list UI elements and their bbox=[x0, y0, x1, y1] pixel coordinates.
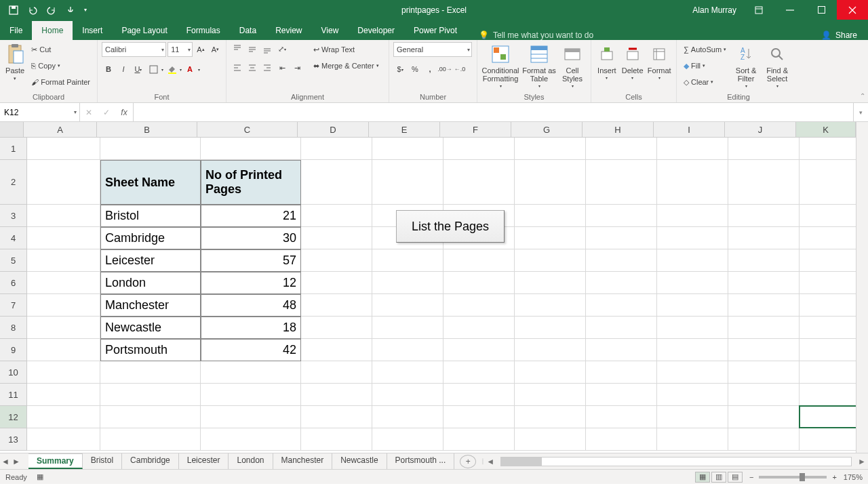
tab-data[interactable]: Data bbox=[230, 21, 266, 40]
cell-header-sheetname[interactable]: Sheet Name bbox=[100, 160, 201, 205]
tab-page-layout[interactable]: Page Layout bbox=[112, 21, 176, 40]
sheet-tab-london[interactable]: London bbox=[229, 453, 273, 469]
comma-format-icon[interactable]: , bbox=[423, 62, 437, 76]
tab-home[interactable]: Home bbox=[32, 21, 73, 40]
cell-name-3[interactable]: London bbox=[100, 272, 201, 294]
cell-name-1[interactable]: Cambridge bbox=[100, 227, 201, 249]
row-header-11[interactable]: 11 bbox=[0, 384, 27, 406]
row-header-13[interactable]: 13 bbox=[0, 428, 27, 451]
name-box[interactable]: K12▾ bbox=[0, 103, 80, 121]
font-color-button[interactable]: A bbox=[183, 62, 197, 76]
increase-indent-icon[interactable]: ⇥ bbox=[290, 61, 304, 75]
align-right-icon[interactable] bbox=[260, 61, 274, 75]
col-header-D[interactable]: D bbox=[298, 122, 369, 138]
row-header-6[interactable]: 6 bbox=[0, 272, 27, 294]
col-header-A[interactable]: A bbox=[24, 122, 97, 138]
undo-icon[interactable] bbox=[24, 2, 41, 18]
conditional-formatting-button[interactable]: Conditional Formatting▾ bbox=[481, 42, 519, 89]
fill-button[interactable]: ◆Fill▾ bbox=[681, 58, 729, 73]
zoom-level[interactable]: 175% bbox=[844, 473, 863, 481]
fill-color-button[interactable] bbox=[165, 62, 178, 76]
row-header-7[interactable]: 7 bbox=[0, 294, 27, 317]
cell-styles-button[interactable]: Cell Styles▾ bbox=[559, 42, 586, 89]
normal-view-icon[interactable]: ▦ bbox=[695, 472, 710, 483]
sheet-tab-newcastle[interactable]: Newcastle bbox=[332, 453, 387, 469]
decrease-indent-icon[interactable]: ⇤ bbox=[275, 61, 289, 75]
percent-format-icon[interactable]: % bbox=[408, 62, 422, 76]
zoom-slider[interactable] bbox=[759, 476, 827, 479]
formula-input[interactable] bbox=[134, 103, 853, 121]
sheet-tab-bristol[interactable]: Bristol bbox=[83, 453, 122, 469]
hscroll-left-icon[interactable]: ◄ bbox=[484, 457, 496, 466]
macro-record-icon[interactable]: ▦ bbox=[37, 472, 43, 481]
col-header-J[interactable]: J bbox=[725, 122, 796, 138]
row-header-9[interactable]: 9 bbox=[0, 339, 27, 361]
accounting-format-icon[interactable]: $▾ bbox=[393, 62, 407, 76]
sheet-tab-portsmouth-[interactable]: Portsmouth ... bbox=[387, 453, 455, 469]
cell-name-4[interactable]: Manchester bbox=[100, 294, 201, 317]
tell-me-search[interactable]: 💡 Tell me what you want to do bbox=[473, 30, 599, 40]
clear-button[interactable]: ◇Clear▾ bbox=[681, 75, 729, 89]
share-button[interactable]: 👤 Share bbox=[810, 30, 868, 40]
col-header-E[interactable]: E bbox=[369, 122, 440, 138]
page-layout-view-icon[interactable]: ▥ bbox=[711, 472, 726, 483]
copy-button[interactable]: ⎘Copy▾ bbox=[28, 58, 93, 73]
align-left-icon[interactable] bbox=[231, 61, 244, 75]
row-header-10[interactable]: 10 bbox=[0, 361, 27, 384]
sort-filter-button[interactable]: AZSort & Filter▾ bbox=[732, 42, 760, 89]
bold-button[interactable]: B bbox=[102, 62, 115, 76]
insert-cells-button[interactable]: Insert▾ bbox=[595, 42, 618, 81]
align-top-icon[interactable] bbox=[231, 42, 244, 56]
tab-insert[interactable]: Insert bbox=[73, 21, 112, 40]
zoom-out-icon[interactable]: − bbox=[749, 473, 753, 481]
col-header-K[interactable]: K bbox=[796, 122, 856, 138]
number-format-combo[interactable]: General▾ bbox=[393, 42, 472, 57]
font-size-combo[interactable]: 11▾ bbox=[167, 42, 193, 57]
sheet-tab-summary[interactable]: Summary bbox=[28, 453, 83, 469]
new-sheet-button[interactable]: + bbox=[460, 455, 476, 468]
cells-area[interactable]: Sheet NameNo of Printed PagesBristol21Ca… bbox=[27, 138, 856, 453]
cell-name-6[interactable]: Portsmouth bbox=[100, 339, 201, 361]
cell-pages-3[interactable]: 12 bbox=[201, 272, 301, 294]
sheet-tab-leicester[interactable]: Leicester bbox=[179, 453, 229, 469]
hscroll-right-icon[interactable]: ► bbox=[856, 457, 868, 466]
zoom-in-icon[interactable]: + bbox=[832, 473, 836, 481]
col-header-I[interactable]: I bbox=[654, 122, 725, 138]
maximize-icon[interactable] bbox=[806, 0, 837, 20]
border-button[interactable] bbox=[146, 62, 160, 76]
save-icon[interactable] bbox=[5, 2, 22, 18]
col-header-B[interactable]: B bbox=[97, 122, 197, 138]
row-header-12[interactable]: 12 bbox=[0, 406, 27, 428]
col-header-C[interactable]: C bbox=[197, 122, 298, 138]
row-header-8[interactable]: 8 bbox=[0, 317, 27, 339]
cell-name-0[interactable]: Bristol bbox=[100, 205, 201, 227]
touch-mode-icon[interactable] bbox=[62, 2, 79, 18]
tab-formulas[interactable]: Formulas bbox=[177, 21, 230, 40]
user-name[interactable]: Alan Murray bbox=[686, 5, 743, 15]
decrease-decimal-icon[interactable]: ←.0 bbox=[453, 62, 467, 76]
format-as-table-button[interactable]: Format as Table▾ bbox=[522, 42, 556, 89]
col-header-G[interactable]: G bbox=[511, 122, 583, 138]
align-bottom-icon[interactable] bbox=[260, 42, 274, 56]
sheet-tab-cambridge[interactable]: Cambridge bbox=[122, 453, 179, 469]
row-header-3[interactable]: 3 bbox=[0, 205, 27, 227]
cut-button[interactable]: ✂Cut bbox=[28, 42, 93, 57]
merge-center-button[interactable]: ⬌Merge & Center▾ bbox=[311, 58, 382, 73]
tab-file[interactable]: File bbox=[0, 21, 32, 40]
ribbon-display-icon[interactable] bbox=[743, 0, 774, 20]
sheet-tab-manchester[interactable]: Manchester bbox=[273, 453, 333, 469]
row-header-4[interactable]: 4 bbox=[0, 227, 27, 249]
paste-button[interactable]: Paste▾ bbox=[4, 42, 26, 81]
row-header-5[interactable]: 5 bbox=[0, 249, 27, 272]
cell-pages-5[interactable]: 18 bbox=[201, 317, 301, 339]
cell-pages-0[interactable]: 21 bbox=[201, 205, 301, 227]
qat-customize-icon[interactable]: ▾ bbox=[81, 2, 90, 18]
cell-pages-4[interactable]: 48 bbox=[201, 294, 301, 317]
tab-scroll-left-icon[interactable]: ◄ bbox=[0, 457, 11, 466]
tab-scroll-right-icon[interactable]: ► bbox=[11, 457, 22, 466]
collapse-ribbon-icon[interactable]: ⌃ bbox=[860, 92, 865, 100]
list-pages-macro-button[interactable]: List the Pages bbox=[396, 210, 505, 243]
vertical-scrollbar[interactable] bbox=[856, 122, 868, 453]
page-break-view-icon[interactable]: ▤ bbox=[728, 472, 743, 483]
row-header-2[interactable]: 2 bbox=[0, 160, 27, 205]
